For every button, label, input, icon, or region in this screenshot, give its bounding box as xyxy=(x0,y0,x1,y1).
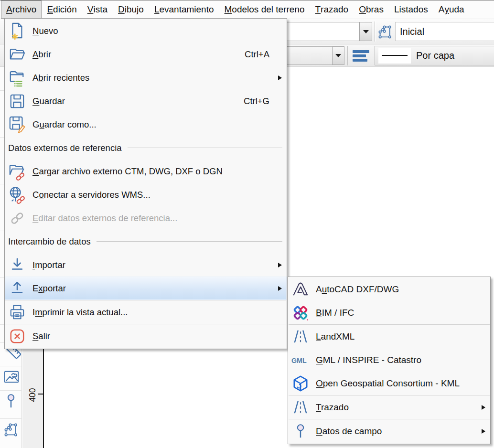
line-width-button[interactable] xyxy=(351,46,371,65)
menubar-item-modelos-del-terreno[interactable]: Modelos del terreno xyxy=(219,0,310,19)
ruler-tick-label: 400 xyxy=(22,384,43,405)
wms-servers-icon xyxy=(8,185,27,205)
left-toolbar-separator xyxy=(0,390,22,391)
road-icon xyxy=(291,397,310,417)
menubar-item-levantamiento[interactable]: Levantamiento xyxy=(149,0,219,19)
file-menu: NuevoAbrirCtrl+AAbrir recientesGuardarCt… xyxy=(4,18,287,349)
menubar-item-listados[interactable]: Listados xyxy=(389,0,433,19)
menubar-item-dibujo[interactable]: Dibujo xyxy=(113,0,149,19)
menu-item-shortcut: Ctrl+A xyxy=(245,49,269,60)
menu-item-guardar-como[interactable]: Guardar como... xyxy=(5,113,287,136)
submenu-arrow-icon xyxy=(276,286,282,291)
submenu-item-gml-inspire-catastro[interactable]: GMLGML / INSPIRE - Catastro xyxy=(288,348,490,372)
layer-name-input[interactable] xyxy=(395,22,494,41)
menu-item-label: Nuevo xyxy=(32,26,276,36)
menubar-item-edici-n[interactable]: Edición xyxy=(42,0,82,19)
submenu-arrow-icon xyxy=(276,75,282,80)
pin-icon xyxy=(3,393,19,410)
menu-item-conectar-a-servidores-wms[interactable]: Conectar a servidores WMS... xyxy=(5,183,287,206)
menu-item-label: GML / INSPIRE - Catastro xyxy=(316,355,480,365)
menu-item-label: Conectar a servidores WMS... xyxy=(32,190,276,200)
menu-item-editar-datos-externos-de-referencia: Editar datos externos de referencia... xyxy=(5,206,287,230)
menu-item-label: Abrir recientes xyxy=(32,73,276,83)
edit-external-data-icon xyxy=(8,208,27,228)
menu-item-label: Abrir xyxy=(32,49,245,60)
submenu-arrow-icon xyxy=(276,263,282,267)
menu-item-shortcut: Ctrl+G xyxy=(244,96,269,107)
left-toolbar-separator xyxy=(0,366,22,366)
save-icon xyxy=(8,91,27,111)
menu-item-label: Guardar xyxy=(32,96,244,107)
menu-item-label: Guardar como... xyxy=(32,119,276,130)
menu-item-label: Salir xyxy=(32,331,276,341)
menu-item-abrir[interactable]: AbrirCtrl+A xyxy=(5,43,287,66)
caret-down-icon xyxy=(363,30,369,33)
menu-section-rule xyxy=(128,148,282,148)
menu-item-abrir-recientes[interactable]: Abrir recientes xyxy=(5,66,287,89)
open-folder-icon xyxy=(8,44,27,64)
menubar-item-vista[interactable]: Vista xyxy=(82,0,113,19)
menubar-item-obras[interactable]: Obras xyxy=(354,0,389,19)
submenu-item-landxml[interactable]: LandXML xyxy=(288,325,490,348)
color-combo-dropdown[interactable] xyxy=(332,46,344,65)
menu-item-label: Datos de campo xyxy=(316,426,480,437)
autocad-icon xyxy=(291,279,310,299)
menu-item-label: Exportar xyxy=(32,283,276,294)
submenu-item-trazado[interactable]: Trazado xyxy=(288,395,490,419)
menu-section-header-intercambio-de-datos: Intercambio de datos xyxy=(5,230,287,253)
left-toolbar-button-polygon-icon[interactable] xyxy=(3,421,19,439)
menu-item-label: Open Geospatial Consortium - KML xyxy=(316,378,480,389)
ogc-icon xyxy=(291,373,310,394)
menu-section-rule xyxy=(97,241,282,242)
menu-item-label: Imprimir la vista actual... xyxy=(32,307,276,318)
import-icon xyxy=(8,255,27,275)
menu-item-importar[interactable]: Importar xyxy=(5,253,287,277)
submenu-item-open-geospatial-consortium-kml[interactable]: Open Geospatial Consortium - KML xyxy=(288,372,490,395)
road-icon xyxy=(291,327,310,347)
menubar-item-trazado[interactable]: Trazado xyxy=(310,0,354,19)
print-icon xyxy=(8,302,27,322)
left-toolbar-separator xyxy=(0,418,22,419)
bim-ifc-icon xyxy=(291,303,310,323)
menu-item-guardar[interactable]: GuardarCtrl+G xyxy=(5,89,287,113)
menu-item-nuevo[interactable]: Nuevo xyxy=(5,19,287,43)
submenu-item-datos-de-campo[interactable]: Datos de campo xyxy=(288,419,490,443)
linetype-combo[interactable]: Por capa xyxy=(375,46,494,65)
menubar-item-archivo[interactable]: Archivo xyxy=(1,0,42,19)
menu-item-imprimir-la-vista-actual[interactable]: Imprimir la vista actual... xyxy=(5,300,287,324)
style-combo-dropdown[interactable] xyxy=(359,22,372,41)
menu-item-label: AutoCAD DXF/DWG xyxy=(316,284,480,295)
menu-item-label: Cargar archivo externo CTM, DWG, DXF o D… xyxy=(32,166,276,177)
linetype-label: Por capa xyxy=(416,50,454,61)
menu-item-salir[interactable]: Salir xyxy=(5,324,287,348)
menubar: ArchivoEdiciónVistaDibujoLevantamientoMo… xyxy=(0,0,494,19)
gml-icon: GML xyxy=(291,350,310,370)
left-toolbar-button-pin-icon[interactable] xyxy=(3,393,19,412)
load-external-file-icon xyxy=(8,161,27,181)
left-toolbar-button-image-icon[interactable] xyxy=(3,369,20,387)
menu-item-label: Importar xyxy=(32,260,276,270)
polygon-style-button[interactable] xyxy=(376,23,394,40)
menubar-item-ayuda[interactable]: Ayuda xyxy=(433,0,470,19)
save-as-icon xyxy=(8,115,27,135)
image-icon xyxy=(3,369,20,385)
pin-icon xyxy=(291,421,310,441)
submenu-item-bim-ifc[interactable]: BIM / IFC xyxy=(288,301,490,324)
submenu-item-autocad-dxf-dwg[interactable]: AutoCAD DXF/DWG xyxy=(288,277,490,301)
submenu-arrow-icon xyxy=(480,405,485,410)
menu-item-exportar[interactable]: Exportar xyxy=(5,277,287,300)
new-file-icon xyxy=(8,21,27,41)
linetype-swatch xyxy=(378,48,411,64)
export-icon xyxy=(8,278,27,299)
submenu-arrow-icon xyxy=(480,429,485,434)
export-submenu: AutoCAD DXF/DWGBIM / IFCLandXMLGMLGML / … xyxy=(288,277,491,444)
menu-item-label: Editar datos externos de referencia... xyxy=(32,213,276,224)
svg-text:GML: GML xyxy=(291,356,307,364)
menu-item-label: BIM / IFC xyxy=(316,308,480,318)
menu-item-cargar-archivo-externo-ctm-dwg-dxf-o-dgn[interactable]: Cargar archivo externo CTM, DWG, DXF o D… xyxy=(5,160,287,183)
exit-icon xyxy=(8,326,27,346)
recent-files-icon xyxy=(8,68,27,88)
menu-item-label: LandXML xyxy=(316,331,480,342)
menu-item-label: Trazado xyxy=(316,402,480,413)
menu-section-header-datos-externos-de-referencia: Datos externos de referencia xyxy=(5,136,287,160)
